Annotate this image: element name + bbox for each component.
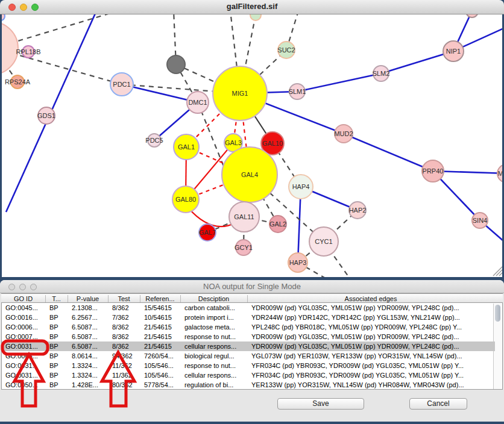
cell: 6.2567... [68,313,109,322]
cell: galactose meta... [181,323,248,331]
cell: 15/54615 [140,304,181,312]
cell: biological regul... [181,352,248,360]
table-row-3[interactable]: GO:0007...BP6.5087...8/36221/54615respon… [2,332,495,341]
table-row-8[interactable]: GO:0050...BP1.428E...80/3625778/54...reg… [2,380,495,390]
cell: 11/362 [109,371,140,379]
save-button[interactable]: Save [277,398,364,410]
cell: YER133W (pp) YOR315W, YNL145W (pd) YHR08… [248,381,495,389]
cell: BP [46,304,68,312]
cell: 7260/54... [140,352,181,360]
cell: GO:0016... [2,313,46,322]
cell: 5778/54... [140,381,181,389]
node-gal7-label: GAL7 [199,229,216,236]
node-corner-tiny[interactable] [2,14,5,20]
node-rpl18b-label: RPL18B [16,48,41,55]
node-gal3-label: GAL3 [225,139,242,146]
network-canvas[interactable]: RPL18BRPS24AGDS1PDC1DMC1MIG1SUC2SLM1SLM2… [2,14,502,277]
cell: YFR034C (pd) YBR093C, YDR009W (pd) YGL03… [248,371,495,379]
cell: cellular respons... [181,371,248,379]
cell: 105/546... [140,371,181,379]
cell: GO:0031... [2,361,46,370]
cell: 1.3324... [68,361,109,370]
edge-redpath [188,208,235,226]
node-sin4-label: SIN4 [473,217,487,224]
cell: 8/362 [109,342,140,351]
cell: YPL248C (pd) YBR018C, YML051W (pp) YDR00… [248,323,495,331]
table-row-2[interactable]: GO:0006...BP6.5087...8/36221/54615galact… [2,322,495,332]
cell: 8/362 [109,304,140,312]
cell: YDR009W (pd) YGL035C, YML051W (pp) YDR00… [248,304,495,312]
column-header-go-id[interactable]: GO ID [1,295,45,303]
table-row-5[interactable]: GO:0065...BP8.0614...94/3627260/54...bio… [2,351,495,361]
table-row-7[interactable]: GO:0031...BP1.3324...11/362105/546...cel… [2,370,495,380]
cell: 6.5087... [68,332,109,341]
column-header-test[interactable]: Test [108,295,140,303]
cell: GO:0031... [2,371,46,379]
node-slm2-label: SLM2 [373,70,390,77]
edge-dash [2,14,118,48]
cell: GO:0006... [2,323,46,331]
cell: protein import i... [181,313,248,322]
column-header-referen[interactable]: Referen... [140,295,180,303]
cell: YGL073W (pd) YER103W, YER133W (pp) YOR31… [248,352,495,360]
cell: 21/54615 [140,323,181,331]
dialog-titlebar[interactable]: NOA output for Single Mode [0,280,504,293]
node-hap2-label: HAP2 [349,207,367,214]
node-nip1-label: NIP1 [446,48,461,55]
node-gal4-label: GAL4 [241,171,258,178]
node-green-top[interactable] [250,14,261,20]
cell: 7/362 [109,313,140,322]
edge-blue [297,73,381,92]
node-gray[interactable] [167,55,185,73]
node-pdc1-label: PDC1 [113,81,130,88]
table-header[interactable]: GO IDT...P-valueTestReferen...Desciption… [1,293,503,303]
cell: 105/546... [140,361,181,370]
cell: 6.5087... [68,323,109,331]
table-row-6[interactable]: GO:0031...BP1.3324...11/362105/546...res… [2,361,495,370]
column-header-t[interactable]: T... [45,295,68,303]
edge-blue [344,134,433,171]
node-suc2-label: SUC2 [277,46,295,54]
cell: 8.0614... [68,352,109,360]
cell: carbon cataboli... [181,304,248,312]
cell: 21/54615 [140,332,181,341]
table-body: GO:0045...BP2.1308...8/36215/54615carbon… [1,303,503,390]
cell: BP [46,313,68,322]
node-hap3-label: HAP3 [289,259,307,266]
cell: YFR034C (pd) YBR093C, YDR009W (pd) YGL03… [248,361,495,370]
cell: BP [46,323,68,331]
cell: GO:0065... [2,352,46,360]
table-row-0[interactable]: GO:0045...BP2.1308...8/36215/54615carbon… [2,303,495,313]
cell: 1.428E... [68,381,109,389]
cell: 8/362 [109,332,140,341]
scrollbar-thumb[interactable] [495,305,500,322]
cell: BP [46,352,68,360]
cell: regulation of bi... [181,381,248,389]
cell: GO:0007... [2,332,46,341]
table-row-1[interactable]: GO:0016...BP6.2567...7/36210/54615protei… [2,313,495,322]
column-header-p-value[interactable]: P-value [68,295,108,303]
node-cyc1-label: CYC1 [315,238,332,245]
network-window: galFiltered.sif RPL18BRPS24AGDS1PDC1DMC1… [0,0,504,277]
table-row-4[interactable]: GO:0031...BP6.5087...8/36221/54615cellul… [2,341,495,351]
column-header-desciption[interactable]: Desciption [180,295,247,303]
node-top-right[interactable] [466,14,478,17]
network-titlebar[interactable]: galFiltered.sif [0,0,504,14]
node-gcy1-label: GCY1 [235,244,253,251]
cell: BP [46,342,68,351]
cell: 11/362 [109,361,140,370]
cell: BP [46,332,68,341]
column-header-associated-edges[interactable]: Associated edges [247,295,494,303]
cell: cellular respons... [181,342,248,351]
cell: response to nut... [181,332,248,341]
screen: { "network_window": { "title": "galFilte… [0,0,504,424]
node-pdc5-label: PDC5 [145,137,163,144]
network-graph: RPL18BRPS24AGDS1PDC1DMC1MIG1SUC2SLM1SLM2… [2,14,502,277]
dialog-footer: Save Cancel [0,390,504,422]
node-msl1-label: MSL1 [498,170,502,177]
dialog-title: NOA output for Single Mode [0,282,504,291]
node-hap4-label: HAP4 [292,183,310,190]
node-mig1-label: MIG1 [232,90,248,97]
node-gal1-label: GAL1 [178,143,195,151]
cancel-button[interactable]: Cancel [409,398,467,410]
